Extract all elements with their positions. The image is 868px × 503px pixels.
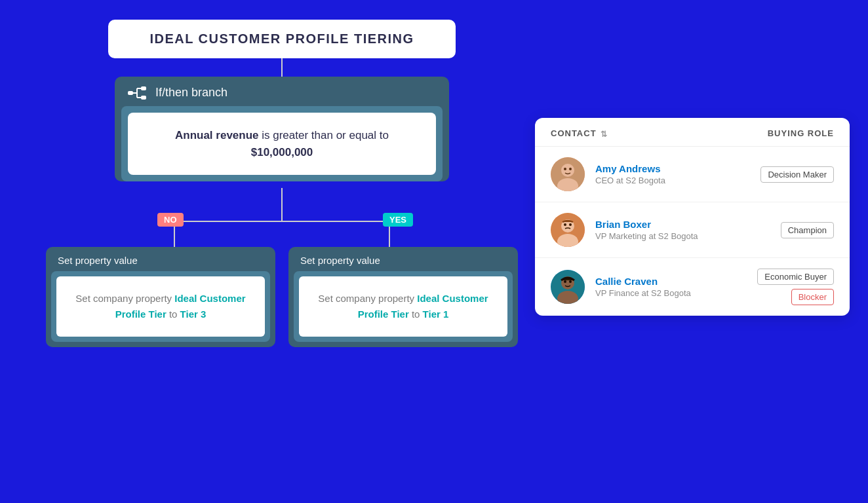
property-header-no: Set property value xyxy=(46,247,275,271)
contact-info-brian: Brian Boxer VP Marketing at S2 Bogota xyxy=(595,219,770,241)
title-box: IDEAL CUSTOMER PROFILE TIERING xyxy=(108,20,456,58)
condition-amount: $10,000,000 xyxy=(251,146,313,158)
fork-area: NO YES xyxy=(115,188,449,247)
contact-info-callie: Callie Craven VP Finance at S2 Bogota xyxy=(595,276,747,298)
contacts-header: CONTACT BUYING ROLE xyxy=(535,118,850,147)
role-badge-economic-buyer: Economic Buyer xyxy=(757,269,834,285)
branch-box: If/then branch Annual revenue is greater… xyxy=(115,77,449,181)
branch-icon xyxy=(128,86,146,100)
diagram-title: IDEAL CUSTOMER PROFILE TIERING xyxy=(149,31,414,46)
svg-point-21 xyxy=(569,280,572,283)
yes-badge: YES xyxy=(383,213,413,227)
connector-title-branch xyxy=(281,58,283,77)
contact-row-brian: Brian Boxer VP Marketing at S2 Bogota Ch… xyxy=(535,202,850,258)
svg-point-10 xyxy=(564,168,566,170)
svg-point-11 xyxy=(569,168,572,170)
branch-title: If/then branch xyxy=(155,86,227,100)
contact-row-callie: Callie Craven VP Finance at S2 Bogota Ec… xyxy=(535,258,850,316)
svg-rect-2 xyxy=(141,96,146,100)
role-badges-amy: Decision Maker xyxy=(760,166,834,183)
avatar-brian xyxy=(551,213,585,247)
contact-title-callie: VP Finance at S2 Bogota xyxy=(595,288,747,298)
property-body-yes: Set company property Ideal Customer Prof… xyxy=(294,271,513,342)
contact-row-amy: Amy Andrews CEO at S2 Bogota Decision Ma… xyxy=(535,147,850,202)
branch-header: If/then branch xyxy=(115,77,449,106)
contact-name-callie[interactable]: Callie Craven xyxy=(595,276,747,287)
property-box-yes: Set property value Set company property … xyxy=(288,247,518,347)
svg-rect-1 xyxy=(141,86,146,90)
buying-role-header-label: BUYING ROLE xyxy=(768,128,834,138)
contact-title-brian: VP Marketing at S2 Bogota xyxy=(595,231,770,241)
svg-rect-0 xyxy=(128,91,133,95)
contacts-panel: CONTACT BUYING ROLE Amy Andrews CEO at S… xyxy=(535,118,850,316)
contact-name-brian[interactable]: Brian Boxer xyxy=(595,219,770,230)
avatar-callie xyxy=(551,270,585,304)
contact-info-amy: Amy Andrews CEO at S2 Bogota xyxy=(595,163,750,185)
role-badges-brian: Champion xyxy=(781,222,834,238)
no-badge: NO xyxy=(157,213,184,227)
avatar-amy xyxy=(551,157,585,191)
property-content-yes: Set company property Ideal Customer Prof… xyxy=(299,276,507,337)
property-box-no: Set property value Set company property … xyxy=(46,247,275,347)
svg-point-16 xyxy=(569,223,572,226)
role-badges-callie: Economic Buyer Blocker xyxy=(757,269,834,305)
condition-bold: Annual revenue xyxy=(175,129,259,141)
contact-name-amy[interactable]: Amy Andrews xyxy=(595,163,750,174)
contact-header-label: CONTACT xyxy=(551,128,610,138)
condition-text: Annual revenue is greater than or equal … xyxy=(148,127,416,160)
property-content-no: Set company property Ideal Customer Prof… xyxy=(56,276,265,337)
role-badge-decision-maker: Decision Maker xyxy=(760,166,834,183)
role-badge-blocker: Blocker xyxy=(791,289,834,305)
svg-point-15 xyxy=(564,223,566,226)
role-badge-champion: Champion xyxy=(781,222,834,238)
diagram: IDEAL CUSTOMER PROFILE TIERING If/then b… xyxy=(33,20,531,347)
property-header-yes: Set property value xyxy=(288,247,518,271)
fork-line-horizontal xyxy=(174,221,390,222)
fork-line-vertical xyxy=(281,188,283,221)
property-row: Set property value Set company property … xyxy=(33,247,531,347)
svg-point-8 xyxy=(561,164,574,177)
svg-point-20 xyxy=(564,280,566,283)
sort-icon[interactable] xyxy=(601,129,610,138)
property-body-no: Set company property Ideal Customer Prof… xyxy=(51,271,270,342)
contact-title-amy: CEO at S2 Bogota xyxy=(595,176,750,185)
branch-body: Annual revenue is greater than or equal … xyxy=(121,106,443,181)
condition-box: Annual revenue is greater than or equal … xyxy=(128,113,436,175)
